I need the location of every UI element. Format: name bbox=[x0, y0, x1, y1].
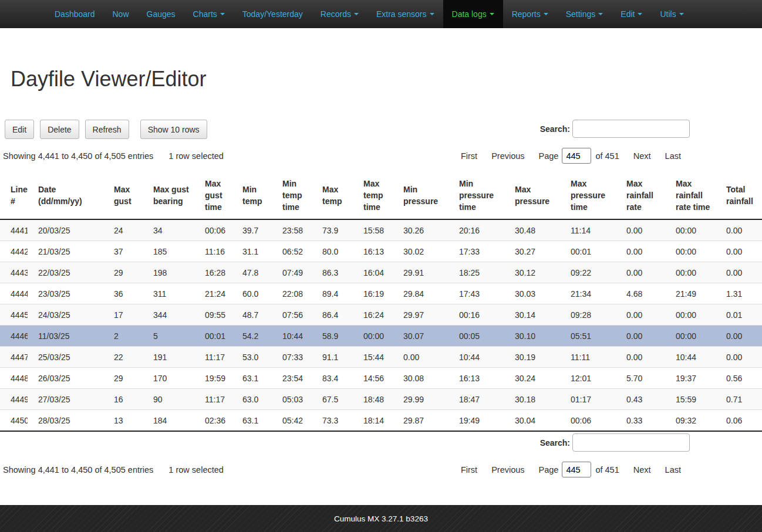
last-page-button-top[interactable]: Last bbox=[665, 151, 681, 161]
table-cell: 0.00 bbox=[716, 262, 762, 283]
nav-item-reports[interactable]: Reports bbox=[503, 0, 557, 28]
next-page-button-bottom[interactable]: Next bbox=[633, 465, 651, 475]
toolbar-row: Edit Delete Refresh Show 10 rows Search: bbox=[0, 120, 762, 139]
column-header: Max gust bbox=[103, 172, 143, 219]
table-row[interactable]: 444322/03/252919816:2847.807:4986.316:04… bbox=[0, 262, 762, 283]
bottom-search-row: Search: bbox=[0, 433, 762, 452]
table-cell: 91.1 bbox=[312, 347, 353, 368]
caret-down-icon bbox=[490, 13, 494, 15]
table-cell: 09:32 bbox=[665, 410, 716, 432]
table-row[interactable]: 444725/03/252219111:1753.007:3391.115:44… bbox=[0, 347, 762, 368]
table-cell: 07:49 bbox=[272, 262, 312, 283]
next-page-button-top[interactable]: Next bbox=[633, 151, 651, 161]
column-header: Max pressure time bbox=[560, 172, 616, 219]
table-cell: 4442 bbox=[0, 241, 28, 262]
caret-down-icon bbox=[354, 13, 359, 15]
table-cell: 23:54 bbox=[272, 368, 312, 389]
show-rows-button[interactable]: Show 10 rows bbox=[140, 120, 207, 139]
nav-item-edit[interactable]: Edit bbox=[612, 0, 651, 28]
table-cell: 4446 bbox=[0, 326, 28, 347]
table-cell: 1.31 bbox=[716, 283, 762, 304]
table-cell: 0.06 bbox=[716, 410, 762, 432]
nav-item-data-logs[interactable]: Data logs bbox=[443, 0, 503, 28]
table-cell: 4.68 bbox=[616, 283, 665, 304]
table-cell: 0.00 bbox=[616, 304, 665, 326]
nav-item-records[interactable]: Records bbox=[312, 0, 367, 28]
delete-button[interactable]: Delete bbox=[40, 120, 79, 139]
column-header: Max temp bbox=[312, 172, 353, 219]
table-row[interactable]: 444120/03/25243400:0639.723:5873.915:583… bbox=[0, 219, 762, 241]
table-cell: 37 bbox=[103, 241, 143, 262]
column-header: Min pressure bbox=[393, 172, 449, 219]
table-cell: 0.43 bbox=[616, 389, 665, 410]
table-cell: 0.00 bbox=[616, 219, 665, 241]
column-header: Max gust time bbox=[194, 172, 232, 219]
previous-page-button-top[interactable]: Previous bbox=[491, 151, 524, 161]
table-cell: 30.02 bbox=[393, 241, 449, 262]
table-cell: 00:06 bbox=[560, 410, 616, 432]
nav-item-now[interactable]: Now bbox=[104, 0, 138, 28]
search-input-top[interactable] bbox=[572, 120, 690, 138]
table-row[interactable]: 445028/03/251318402:3663.105:4273.318:14… bbox=[0, 410, 762, 432]
showing-entries-text-bottom: Showing 4,441 to 4,450 of 4,505 entries bbox=[3, 465, 153, 475]
table-row[interactable]: 444221/03/253718511:1631.106:5280.016:13… bbox=[0, 241, 762, 262]
column-header: Min pressure time bbox=[449, 172, 504, 219]
nav-item-dashboard[interactable]: Dashboard bbox=[46, 0, 104, 28]
table-cell: 191 bbox=[143, 347, 194, 368]
column-header: Total rainfall bbox=[716, 172, 762, 219]
table-cell: 29.84 bbox=[393, 283, 449, 304]
table-cell: 30.08 bbox=[393, 368, 449, 389]
previous-page-button-bottom[interactable]: Previous bbox=[491, 465, 524, 475]
table-cell: 90 bbox=[143, 389, 194, 410]
table-cell: 29.91 bbox=[393, 262, 449, 283]
search-input-bottom[interactable] bbox=[572, 433, 690, 452]
table-cell: 30.04 bbox=[504, 410, 560, 432]
table-cell: 17:33 bbox=[449, 241, 504, 262]
nav-item-utils[interactable]: Utils bbox=[651, 0, 692, 28]
table-cell: 4444 bbox=[0, 283, 28, 304]
table-row[interactable]: 444927/03/25169011:1763.005:0367.518:482… bbox=[0, 389, 762, 410]
table-cell: 00:01 bbox=[560, 241, 616, 262]
info-row-top: Showing 4,441 to 4,450 of 4,505 entries … bbox=[0, 148, 762, 164]
rows-selected-text-bottom: 1 row selected bbox=[168, 465, 224, 475]
table-cell: 30.18 bbox=[504, 389, 560, 410]
table-cell: 80.0 bbox=[312, 241, 353, 262]
table-cell: 06:52 bbox=[272, 241, 312, 262]
nav-item-gauges[interactable]: Gauges bbox=[138, 0, 184, 28]
table-row[interactable]: 444611/03/252500:0154.210:4458.900:0030.… bbox=[0, 326, 762, 347]
table-row[interactable]: 444524/03/251734409:5548.707:5686.416:24… bbox=[0, 304, 762, 326]
table-cell: 10:44 bbox=[449, 347, 504, 368]
table-cell: 30.10 bbox=[504, 326, 560, 347]
table-cell: 28/03/25 bbox=[28, 410, 103, 432]
nav-item-today-yesterday[interactable]: Today/Yesterday bbox=[234, 0, 312, 28]
table-cell: 4449 bbox=[0, 389, 28, 410]
table-cell: 170 bbox=[143, 368, 194, 389]
nav-item-extra-sensors[interactable]: Extra sensors bbox=[367, 0, 443, 28]
table-cell: 73.9 bbox=[312, 219, 353, 241]
table-cell: 31.1 bbox=[232, 241, 272, 262]
column-header: Max rainfall rate time bbox=[665, 172, 716, 219]
first-page-button-bottom[interactable]: First bbox=[461, 465, 477, 475]
first-page-button-top[interactable]: First bbox=[461, 151, 477, 161]
table-cell: 5 bbox=[143, 326, 194, 347]
nav-item-charts[interactable]: Charts bbox=[184, 0, 234, 28]
table-cell: 4448 bbox=[0, 368, 28, 389]
table-row[interactable]: 444423/03/253631121:2460.022:0889.416:19… bbox=[0, 283, 762, 304]
table-cell: 24/03/25 bbox=[28, 304, 103, 326]
search-label-bottom: Search: bbox=[540, 438, 570, 448]
edit-button[interactable]: Edit bbox=[5, 120, 34, 139]
table-cell: 19:37 bbox=[665, 368, 716, 389]
table-cell: 00:00 bbox=[665, 241, 716, 262]
last-page-button-bottom[interactable]: Last bbox=[665, 465, 681, 475]
table-cell: 47.8 bbox=[232, 262, 272, 283]
table-cell: 22 bbox=[103, 347, 143, 368]
table-row[interactable]: 444826/03/252917019:5963.123:5483.414:56… bbox=[0, 368, 762, 389]
page-title: Dayfile Viewer/Editor bbox=[11, 67, 762, 92]
table-cell: 20:16 bbox=[449, 219, 504, 241]
table-cell: 0.00 bbox=[616, 241, 665, 262]
refresh-button[interactable]: Refresh bbox=[85, 120, 129, 139]
page-number-input-bottom[interactable] bbox=[562, 462, 591, 477]
nav-item-settings[interactable]: Settings bbox=[557, 0, 612, 28]
table-cell: 12:01 bbox=[560, 368, 616, 389]
page-number-input-top[interactable] bbox=[562, 148, 591, 164]
